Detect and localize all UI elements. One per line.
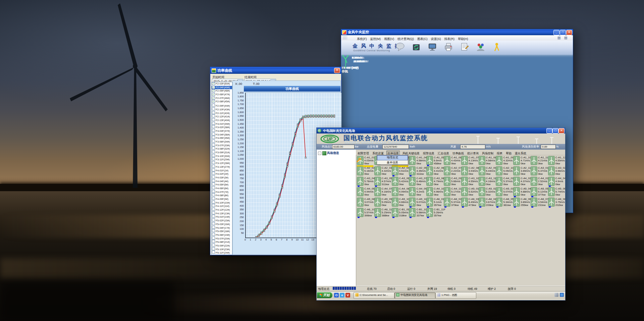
turbine-cell[interactable]: C-A6_03F6.49m/s473kw <box>461 197 478 207</box>
checkbox-icon[interactable] <box>212 208 215 211</box>
close-button[interactable]: ✕ <box>558 128 565 133</box>
checkbox-icon[interactable] <box>212 107 215 110</box>
tree-collapse-icon[interactable]: - <box>318 152 321 155</box>
checkbox-icon[interactable] <box>212 129 215 132</box>
list-item[interactable]: F3-10F(30#) <box>212 154 232 158</box>
turbine-cell[interactable]: C-A2_07F2.22m/s0kw <box>444 166 461 176</box>
turbine-cell[interactable]: C-A1_09F4.32m/s0kw <box>496 156 513 165</box>
checkbox-icon[interactable] <box>212 132 215 136</box>
turbine-cell[interactable]: C-A4_02F4.37m/s0kw <box>513 176 530 186</box>
turbine-cell[interactable]: C-A5_04F4.88m/s0kw <box>513 187 530 197</box>
turbine-cell[interactable]: C-A3_01F5.37m/s0kw <box>531 166 547 176</box>
list-item[interactable]: ✓F2-08F(45#) <box>212 100 232 104</box>
checkbox-icon[interactable]: ✓ <box>212 86 215 89</box>
checkbox-icon[interactable] <box>212 244 215 247</box>
turbine-cell[interactable]: C-A1_12F4.55m/s0kw <box>548 156 565 165</box>
turbine-cell[interactable]: C-A1_06F4.43m/s0kw <box>444 156 461 165</box>
checkbox-icon[interactable] <box>212 150 215 153</box>
turbine-cell[interactable]: C-A6_01F5.1m/s357kw <box>426 197 443 207</box>
turbine-cell[interactable]: C-A6_05F5.34m/s361kw <box>496 197 513 207</box>
turbine-cell[interactable]: C-A5_03F5.07m/s0kw <box>496 187 513 197</box>
turbine-cell[interactable]: C-A2_04F4.51m/s0kw <box>392 166 409 176</box>
list-item[interactable]: F3-06F(34#) <box>212 140 232 143</box>
list-item[interactable]: F2-12F(41#) <box>212 114 232 118</box>
menu-item-基本信息[interactable]: 基本信息 <box>377 160 408 165</box>
checkbox-icon[interactable] <box>212 222 215 225</box>
turbine-cell[interactable]: C-B1_09F5.05m/s318kw <box>392 208 409 217</box>
list-item[interactable]: F3-03F(37#) <box>212 129 232 132</box>
list-item[interactable]: F5-05F(18#) <box>212 229 232 233</box>
checkbox-icon[interactable]: ✓ <box>212 93 215 96</box>
turbine-cell[interactable]: C-A6_11F5.25m/s388kw <box>374 208 391 217</box>
turbine-cell[interactable]: C-A6_10F5.57m/s396kw <box>357 208 374 217</box>
start-button[interactable]: 开始 <box>317 292 332 298</box>
list-item[interactable]: ✓F2-06F(47#) <box>212 93 232 97</box>
list-item[interactable]: F3-12F(28#) <box>212 161 232 165</box>
checkbox-icon[interactable] <box>212 229 215 232</box>
list-item[interactable]: F4-13F(13#) <box>212 211 232 215</box>
turbine-cell[interactable]: C-A3_02F4.56m/s0kw <box>548 166 565 176</box>
turbine-cell[interactable]: C-A3_11F4.16m/s0kw <box>479 176 495 186</box>
list-item[interactable]: F2-11F(42#) <box>212 111 232 115</box>
turbine-checkbox-list[interactable]: ✓F2-03F(50#)✓F2-04F(49#)✓F2-05F(48#)✓F2-… <box>211 82 232 255</box>
turbine-cell[interactable]: C-A6_06F3.89m/s255kw <box>513 197 530 207</box>
list-item[interactable]: F3-01F(39#) <box>212 122 232 125</box>
list-item[interactable]: F2-09F(44#) <box>212 104 232 107</box>
refresh-icon[interactable] <box>411 42 422 52</box>
maximize-button[interactable]: □ <box>560 30 566 35</box>
checkbox-icon[interactable] <box>212 111 215 114</box>
checkbox-icon[interactable] <box>212 104 215 107</box>
power-curve-titlebar[interactable]: 功率曲线 ✕ <box>210 67 341 74</box>
checkbox-icon[interactable] <box>212 157 215 160</box>
maximize-button[interactable]: □ <box>552 128 558 133</box>
list-item[interactable]: F4-05F(5#) <box>212 182 232 186</box>
close-button[interactable]: ✕ <box>334 68 340 73</box>
media-icon[interactable]: V <box>345 293 350 298</box>
turbine-cell[interactable]: C-B1_11F5.26m/s357kw <box>426 208 443 217</box>
turbine-cell[interactable]: C-A2_08F3.93m/s0kw <box>461 166 478 176</box>
list-item[interactable]: ✓F2-04F(49#) <box>212 86 232 90</box>
checkbox-icon[interactable] <box>212 204 215 207</box>
users-icon[interactable] <box>475 42 487 52</box>
turbine-cell[interactable]: C-A1_07F4.13m/s0kw <box>461 156 478 165</box>
guodian-titlebar[interactable]: 中电国际洮安北风电场 _ □ ✕ <box>317 128 565 133</box>
turbine-cell[interactable]: C-A5_10F4.66m/s0kw <box>392 197 409 207</box>
turbine-cell[interactable]: C-A5_05F5.12m/s377kw <box>531 187 547 197</box>
tree-root-label[interactable]: 风场信息 <box>327 151 339 155</box>
exit-person-icon[interactable] <box>491 42 503 52</box>
list-item[interactable]: F5-04F(17#) <box>212 226 232 229</box>
list-item[interactable]: F2-13F(40#) <box>212 118 232 122</box>
checkbox-icon[interactable] <box>212 136 215 139</box>
goldwind-turbine-cell[interactable]: 6.38m/s-1.69kWF4-03F(3#)停机 <box>341 102 373 125</box>
help-tray-icon[interactable] <box>554 293 558 297</box>
turbine-cell[interactable]: C-A6_08F3.75m/s202kw <box>548 197 565 207</box>
turbine-cell[interactable]: C-A4_11F5.17m/s0kw <box>444 187 461 197</box>
turbine-cell[interactable]: C-A1_05F6.6m/s458kw <box>426 156 443 165</box>
turbine-cell[interactable]: C-A6_07F3.54m/s231kw <box>531 197 547 207</box>
checkbox-icon[interactable] <box>212 233 215 236</box>
checkbox-icon[interactable] <box>212 114 215 117</box>
checkbox-icon[interactable] <box>212 154 215 157</box>
turbine-cell[interactable]: C-A1_04F4.58m/s0kw <box>409 156 426 165</box>
checkbox-icon[interactable] <box>212 118 215 121</box>
list-item[interactable]: F4-03F(3#) <box>212 175 232 179</box>
turbine-cell[interactable]: C-A5_08F3.07m/s0kw <box>357 197 374 207</box>
turbine-cell[interactable]: C-A2_09F5.44m/s0kw <box>479 166 495 176</box>
ie-icon[interactable]: e <box>340 293 344 298</box>
turbine-cell[interactable]: C-A1_08F4.58m/s0kw <box>479 156 495 165</box>
turbine-cell[interactable]: C-A3_04F5.78m/s0kw <box>357 176 374 186</box>
list-item[interactable]: F4-02F(2#) <box>212 172 232 175</box>
checkbox-icon[interactable] <box>212 168 215 171</box>
printer-icon[interactable] <box>443 42 454 52</box>
turbine-cell[interactable]: C-A3_08F4.79m/s0kw <box>426 176 443 186</box>
list-item[interactable]: F3-08F(32#) <box>212 147 232 150</box>
turbine-cell[interactable]: C-A4_07F4.16m/s0kw <box>374 187 391 197</box>
menu-item-地理总览[interactable]: 地理总览 <box>377 155 408 160</box>
list-item[interactable]: ✓F2-07F(46#) <box>212 97 232 100</box>
turbine-cell[interactable]: C-B1_10F5.58m/s337kw <box>409 208 426 217</box>
checkbox-icon[interactable] <box>212 175 215 178</box>
turbine-cell[interactable]: C-A5_02F5.32m/s0kw <box>479 187 495 197</box>
goldwind-turbine-cell[interactable]: 7.45m/s-0.01kWF4-02F(2#)停机 <box>341 78 373 102</box>
checkbox-icon[interactable] <box>212 122 215 125</box>
list-item[interactable]: F3-07F(33#) <box>212 143 232 147</box>
